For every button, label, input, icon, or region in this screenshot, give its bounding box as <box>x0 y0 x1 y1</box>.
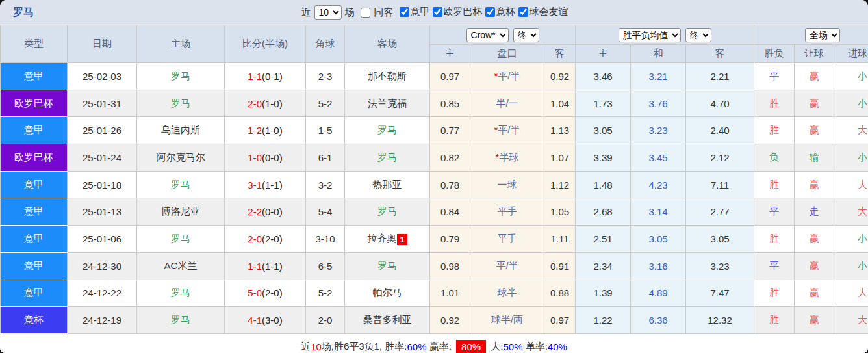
col-euro-draw: 和 <box>631 45 686 63</box>
result-goals: 小 <box>834 63 868 90</box>
filter-checkbox[interactable] <box>400 7 409 17</box>
corners-cell: 2-3 <box>306 63 345 90</box>
result-handicap: 赢 <box>795 252 834 280</box>
euro-home-odds: 3.05 <box>576 117 631 144</box>
halftime-score: (1-1) <box>262 261 283 272</box>
filter-球会友谊[interactable]: 球会友谊 <box>516 6 568 18</box>
col-result-wdl: 胜负 <box>754 45 795 63</box>
date-cell: 24-12-19 <box>68 307 137 334</box>
bookmaker-select[interactable]: Crow* <box>466 28 509 42</box>
same-venue-checkbox[interactable] <box>361 8 370 18</box>
ah-home-odds: 0.79 <box>430 226 470 253</box>
fulltime-score: 2-2 <box>248 206 262 217</box>
halftime-score: (2-0) <box>262 287 283 298</box>
euro-away-odds: 2.40 <box>686 117 754 144</box>
match-row: 意甲24-12-22罗马5-0(2-0)5-2帕尔马1.01球半0.881.39… <box>1 280 868 307</box>
halftime-score: (1-0) <box>262 98 283 109</box>
league-cell: 欧罗巴杯 <box>1 90 68 117</box>
euro-home-odds: 2.34 <box>576 252 631 280</box>
home-team-cell: 罗马 <box>137 90 225 117</box>
result-wdl: 胜 <box>754 280 795 307</box>
filter-checkbox[interactable] <box>518 7 528 17</box>
ah-home-odds: 0.84 <box>430 198 470 226</box>
euro-home-odds: 2.68 <box>576 198 631 226</box>
filter-checkbox[interactable] <box>485 7 495 17</box>
filter-欧罗巴杯[interactable]: 欧罗巴杯 <box>430 6 483 18</box>
fulltime-score: 1-2 <box>248 125 262 136</box>
recent-count-select[interactable]: 10 <box>314 5 342 20</box>
date-cell: 25-01-18 <box>68 171 137 198</box>
handicap-line: 平/半 <box>498 124 520 135</box>
halftime-score: (1-0) <box>262 125 283 136</box>
ah-line-cell: 半/一 <box>470 90 544 117</box>
euro-away-odds: 3.23 <box>686 252 754 280</box>
away-team-cell: 热那亚 <box>345 171 430 198</box>
result-wdl: 胜 <box>754 117 795 144</box>
euro-market-select[interactable]: 胜平负均值 <box>619 28 681 42</box>
match-row: 意甲25-01-13博洛尼亚2-2(0-0)5-4罗马0.84平手1.052.6… <box>1 198 868 226</box>
handicap-line: 半球 <box>499 151 518 163</box>
euro-draw-odds: 3.21 <box>631 63 686 90</box>
match-history-panel: 罗马 近 10 场 同客 意甲欧罗巴杯意杯球会友谊 类型 日期 主场 比分(半场… <box>0 0 868 353</box>
ah-line-cell: *平/半 <box>470 117 544 144</box>
asian-period-select[interactable]: 终 <box>513 28 539 42</box>
filter-label: 欧罗巴杯 <box>444 6 483 18</box>
date-cell: 25-02-03 <box>68 63 137 90</box>
euro-period-select[interactable]: 终 <box>685 28 711 42</box>
away-team-cell: 罗马 <box>345 252 430 280</box>
filter-checkbox[interactable] <box>433 7 442 17</box>
handicap-line: 半/一 <box>496 98 518 109</box>
date-cell: 25-01-13 <box>68 198 137 226</box>
result-handicap: 赢 <box>795 63 834 90</box>
result-handicap: 走 <box>795 198 834 226</box>
ah-home-odds: 0.85 <box>430 90 470 117</box>
scope-select[interactable]: 全场 <box>805 28 840 42</box>
team-title: 罗马 <box>13 6 34 20</box>
ah-line-cell: 球半/两 <box>470 307 544 334</box>
away-team-cell: 罗马 <box>345 144 430 172</box>
halftime-score: (0-1) <box>262 71 283 82</box>
euro-away-odds: 2.77 <box>686 198 754 226</box>
halftime-score: (0-0) <box>262 206 283 217</box>
summary-text: 40% <box>548 341 567 352</box>
away-team-cell: 罗马 <box>345 117 430 144</box>
result-handicap: 赢 <box>795 226 834 253</box>
score-cell: 5-0(2-0) <box>225 280 306 307</box>
ah-home-odds: 0.97 <box>430 63 470 90</box>
ah-away-odds: 1.11 <box>544 226 576 253</box>
result-wdl: 负 <box>754 144 795 172</box>
away-team-cell: 拉齐奥1 <box>345 226 430 253</box>
match-row: 意甲25-02-03罗马1-1(0-1)2-3那不勒斯0.97*平/半0.923… <box>1 63 868 90</box>
date-cell: 25-01-24 <box>68 144 137 172</box>
league-cell: 欧罗巴杯 <box>1 144 68 172</box>
same-venue-label: 同客 <box>374 7 394 19</box>
away-team-cell: 桑普多利亚 <box>345 307 430 334</box>
home-team-cell: 罗马 <box>137 280 225 307</box>
summary-text: 赢率: <box>427 341 455 353</box>
result-wdl: 胜 <box>754 226 795 253</box>
corners-cell: 6-5 <box>306 252 345 280</box>
result-goals: 小 <box>834 252 868 280</box>
euro-draw-odds: 4.23 <box>631 171 686 198</box>
ah-line-cell: 球半 <box>470 280 544 307</box>
euro-away-odds: 2.21 <box>686 63 754 90</box>
filter-意甲[interactable]: 意甲 <box>397 6 430 18</box>
result-handicap: 赢 <box>795 280 834 307</box>
match-row: 意甲25-01-26乌迪内斯1-2(1-0)1-5罗马0.77*平/半1.133… <box>1 117 868 144</box>
col-type: 类型 <box>1 25 68 63</box>
col-euro-home: 主 <box>576 45 631 63</box>
ah-line-cell: *平/半 <box>470 63 544 90</box>
col-ah-line: 盘口 <box>470 45 544 63</box>
fulltime-score: 1-1 <box>248 261 262 272</box>
ah-home-odds: 1.01 <box>430 280 470 307</box>
match-history-table: 类型 日期 主场 比分(半场) 角球 客场 Crow* 终 胜平负均值 终 <box>0 25 868 334</box>
near-label: 近 <box>301 7 311 19</box>
summary-text: 场,胜6平3负1, 胜率: <box>322 341 407 353</box>
ah-away-odds: 0.91 <box>544 252 576 280</box>
filter-意杯[interactable]: 意杯 <box>483 6 516 18</box>
filter-label: 意甲 <box>411 6 430 18</box>
league-cell: 意甲 <box>1 252 68 280</box>
result-group: 全场 <box>754 25 868 45</box>
result-goals: 小 <box>834 226 868 253</box>
league-cell: 意甲 <box>1 117 68 144</box>
